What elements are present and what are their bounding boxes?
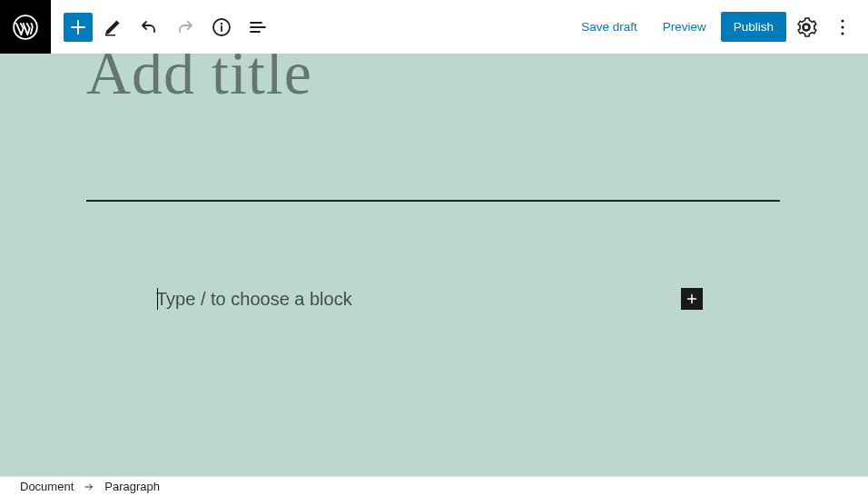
svg-point-4 [804, 25, 809, 30]
plus-icon [67, 16, 89, 38]
block-breadcrumb: Document Paragraph [0, 476, 868, 496]
redo-button[interactable] [169, 11, 202, 44]
outline-button[interactable] [242, 11, 274, 44]
toolbar-left-group [51, 11, 274, 44]
svg-point-5 [841, 19, 843, 22]
add-block-button[interactable] [64, 13, 93, 42]
preview-button[interactable]: Preview [652, 13, 717, 41]
svg-point-6 [841, 25, 843, 28]
details-button[interactable] [205, 11, 238, 44]
save-draft-button[interactable]: Save draft [570, 13, 648, 41]
publish-button[interactable]: Publish [721, 12, 786, 42]
undo-icon [138, 16, 160, 38]
settings-button[interactable] [790, 11, 823, 44]
kebab-icon [832, 16, 853, 38]
list-view-icon [247, 16, 269, 38]
toolbar-right-group: Save draft Preview Publish [570, 11, 868, 44]
arrow-right-icon [83, 481, 95, 493]
breadcrumb-separator [83, 481, 95, 493]
wordpress-icon [13, 15, 38, 40]
info-icon [211, 16, 232, 38]
edit-tool-button[interactable] [96, 11, 129, 44]
wordpress-logo-button[interactable] [0, 0, 51, 54]
editor-top-toolbar: Save draft Preview Publish [0, 0, 868, 54]
gear-icon [795, 16, 817, 38]
inline-add-block-button[interactable] [681, 288, 703, 310]
svg-point-7 [841, 32, 843, 35]
undo-button[interactable] [133, 11, 165, 44]
svg-point-3 [221, 22, 222, 24]
svg-rect-1 [105, 35, 115, 36]
editor-canvas[interactable]: Add title [0, 54, 868, 476]
plus-icon [684, 291, 700, 307]
pencil-icon [102, 16, 123, 38]
separator-block[interactable] [86, 200, 780, 202]
redo-icon [174, 16, 196, 38]
paragraph-block[interactable] [156, 288, 703, 310]
block-text-input[interactable] [156, 289, 681, 310]
post-title-input[interactable]: Add title [86, 54, 312, 109]
breadcrumb-paragraph[interactable]: Paragraph [104, 480, 160, 493]
more-options-button[interactable] [826, 11, 859, 44]
breadcrumb-document[interactable]: Document [20, 480, 74, 493]
